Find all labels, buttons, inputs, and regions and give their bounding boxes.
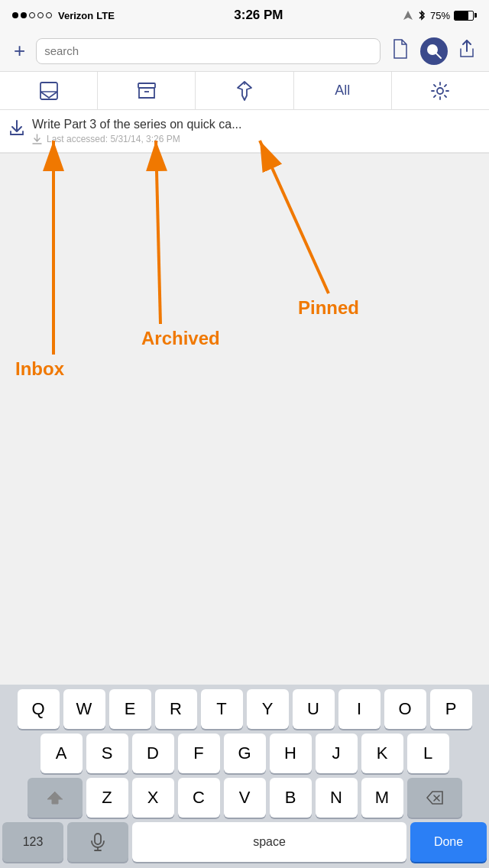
note-inbox-icon: [9, 119, 24, 140]
search-active-button[interactable]: [420, 37, 448, 65]
svg-rect-16: [95, 834, 101, 844]
key-j[interactable]: J: [316, 734, 358, 773]
note-meta: Last accessed: 5/31/14, 3:26 PM: [32, 134, 478, 144]
filter-inbox[interactable]: [0, 72, 98, 109]
key-s[interactable]: S: [86, 734, 128, 773]
add-button[interactable]: +: [9, 39, 30, 63]
filter-bar: All: [0, 72, 489, 110]
keyboard: QWERTYUIOP ASDFGHJKL ZXCVBNM 123 space D…: [0, 685, 489, 868]
inbox-icon: [39, 81, 59, 101]
svg-line-13: [260, 141, 329, 293]
note-item[interactable]: Write Part 3 of the series on quick ca..…: [0, 110, 489, 153]
archived-annotation-label: Archived: [141, 328, 220, 349]
top-toolbar: +: [0, 31, 489, 72]
download-small-icon: [32, 134, 42, 144]
filter-archived[interactable]: [98, 72, 196, 109]
search-input[interactable]: [44, 44, 372, 57]
svg-point-1: [428, 45, 437, 54]
key-h[interactable]: H: [270, 734, 312, 773]
svg-rect-3: [40, 83, 57, 99]
key-t[interactable]: T: [201, 689, 243, 729]
key-c[interactable]: C: [178, 778, 220, 818]
key-u[interactable]: U: [293, 689, 335, 729]
share-button[interactable]: [454, 39, 480, 63]
space-key[interactable]: space: [132, 822, 406, 862]
key-d[interactable]: D: [132, 734, 174, 773]
bluetooth-icon: [417, 10, 426, 21]
key-a[interactable]: A: [40, 734, 83, 773]
done-key[interactable]: Done: [410, 822, 487, 862]
location-icon: [403, 10, 413, 21]
note-last-accessed: Last accessed: 5/31/14, 3:26 PM: [47, 134, 180, 144]
status-left: Verizon LTE: [12, 10, 115, 21]
svg-marker-0: [403, 11, 413, 20]
key-o[interactable]: O: [384, 689, 426, 729]
key-g[interactable]: G: [224, 734, 266, 773]
notes-list: Write Part 3 of the series on quick ca..…: [0, 110, 489, 154]
svg-rect-5: [138, 83, 155, 88]
network-label: LTE: [96, 10, 115, 21]
file-button[interactable]: [387, 38, 414, 64]
filter-settings[interactable]: [392, 72, 489, 109]
time-label: 3:26 PM: [234, 8, 283, 23]
note-title: Write Part 3 of the series on quick ca..…: [32, 118, 478, 131]
carrier-label: Verizon: [58, 10, 93, 21]
key-w[interactable]: W: [63, 689, 105, 729]
number-key[interactable]: 123: [2, 822, 63, 862]
search-bar[interactable]: [36, 38, 381, 64]
svg-line-2: [436, 53, 441, 58]
pinned-annotation-label: Pinned: [298, 297, 359, 319]
key-n[interactable]: N: [316, 778, 358, 818]
settings-icon: [430, 81, 450, 101]
key-k[interactable]: K: [361, 734, 403, 773]
archive-icon: [137, 81, 157, 101]
inbox-annotation-label: Inbox: [15, 358, 64, 380]
key-b[interactable]: B: [270, 778, 312, 818]
battery-percent: 75%: [430, 10, 450, 21]
key-f[interactable]: F: [178, 734, 220, 773]
signal-icon: [12, 12, 52, 18]
keyboard-row-2: ASDFGHJKL: [0, 729, 489, 773]
key-i[interactable]: I: [338, 689, 381, 729]
status-right: 75%: [403, 10, 477, 21]
shift-key[interactable]: [28, 778, 83, 818]
filter-pinned[interactable]: [196, 72, 293, 109]
key-r[interactable]: R: [155, 689, 197, 729]
all-label: All: [335, 83, 350, 99]
status-bar: Verizon LTE 3:26 PM 75%: [0, 0, 489, 31]
keyboard-row-3: ZXCVBNM: [0, 773, 489, 818]
key-v[interactable]: V: [224, 778, 266, 818]
backspace-key[interactable]: [407, 778, 462, 818]
key-q[interactable]: Q: [18, 689, 60, 729]
key-p[interactable]: P: [430, 689, 472, 729]
svg-point-8: [437, 88, 443, 94]
key-m[interactable]: M: [361, 778, 403, 818]
key-e[interactable]: E: [109, 689, 151, 729]
microphone-key[interactable]: [67, 822, 128, 862]
pin-icon: [236, 80, 253, 102]
battery-icon: [454, 11, 477, 21]
key-y[interactable]: Y: [247, 689, 289, 729]
filter-all[interactable]: All: [294, 72, 392, 109]
key-z[interactable]: Z: [86, 778, 128, 818]
keyboard-bottom-row: 123 space Done: [0, 818, 489, 868]
svg-line-12: [156, 141, 160, 324]
key-l[interactable]: L: [407, 734, 449, 773]
key-x[interactable]: X: [132, 778, 174, 818]
keyboard-row-1: QWERTYUIOP: [0, 685, 489, 729]
